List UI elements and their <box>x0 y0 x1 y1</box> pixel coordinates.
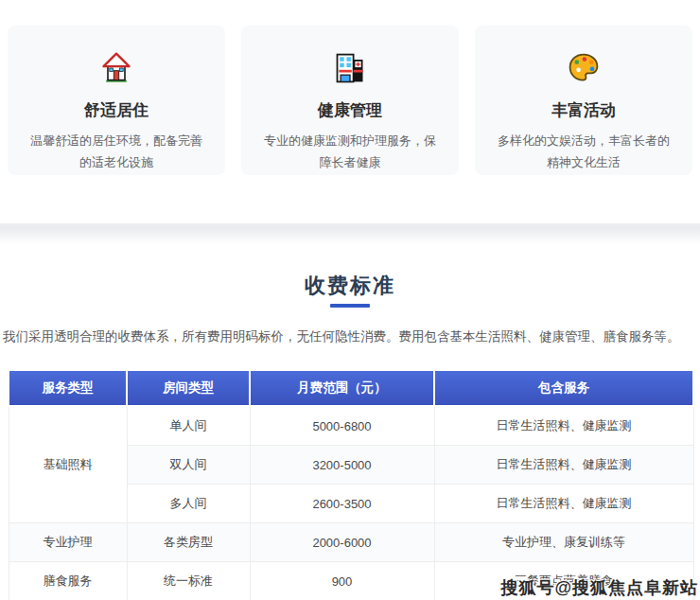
table-header-cell: 包含服务 <box>434 370 693 406</box>
table-header-cell: 房间类型 <box>127 370 250 406</box>
feature-card-comfort-living: 舒适居住 温馨舒适的居住环境，配备完善的适老化设施 <box>8 26 225 175</box>
feature-card-rich-activities: 丰富活动 多样化的文娱活动，丰富长者的精神文化生活 <box>475 26 692 175</box>
title-underline <box>330 304 370 308</box>
table-cell-includes: 日常生活照料、健康监测 <box>434 406 693 446</box>
table-cell-fee: 2000-6000 <box>250 523 434 562</box>
table-cell-service: 膳食服务 <box>9 562 127 600</box>
card-title: 舒适居住 <box>8 99 225 121</box>
table-cell-room: 多人间 <box>127 485 250 523</box>
table-cell-room: 各类房型 <box>127 523 250 562</box>
feature-cards: 舒适居住 温馨舒适的居住环境，配备完善的适老化设施 健康管理 专业的健康监测和护… <box>8 26 692 175</box>
feature-card-health-management: 健康管理 专业的健康监测和护理服务，保障长者健康 <box>241 26 459 175</box>
table-cell-room: 单人间 <box>127 406 250 446</box>
card-description: 专业的健康监测和护理服务，保障长者健康 <box>241 131 459 174</box>
section-divider <box>0 223 700 244</box>
table-cell-service: 专业护理 <box>9 523 127 562</box>
pricing-table: 服务类型房间类型月费范围（元）包含服务 基础照料单人间5000-6800日常生活… <box>8 369 694 600</box>
hospital-icon <box>241 50 459 86</box>
table-cell-service: 基础照料 <box>9 406 127 523</box>
table-header-cell: 月费范围（元） <box>250 370 434 406</box>
card-description: 多样化的文娱活动，丰富长者的精神文化生活 <box>475 131 692 174</box>
table-cell-fee: 3200-5000 <box>250 446 434 485</box>
table-header-cell: 服务类型 <box>9 370 127 406</box>
table-cell-includes: 日常生活照料、健康监测 <box>434 485 693 523</box>
palette-icon <box>475 50 692 86</box>
table-cell-includes: 专业护理、康复训练等 <box>434 523 693 562</box>
table-cell-room: 统一标准 <box>127 562 250 600</box>
pricing-table-body: 基础照料单人间5000-6800日常生活照料、健康监测双人间3200-5000日… <box>9 406 693 600</box>
table-header-row: 服务类型房间类型月费范围（元）包含服务 <box>9 370 693 406</box>
house-icon <box>8 50 225 86</box>
table-cell-room: 双人间 <box>127 446 250 485</box>
table-cell-fee: 5000-6800 <box>250 406 434 446</box>
table-cell-fee: 2600-3500 <box>250 485 434 523</box>
card-description: 温馨舒适的居住环境，配备完善的适老化设施 <box>8 131 225 174</box>
watermark: 搜狐号@搜狐焦点阜新站 <box>500 576 698 599</box>
table-row: 专业护理各类房型2000-6000专业护理、康复训练等 <box>9 523 693 562</box>
pricing-description: 我们采用透明合理的收费体系，所有费用明码标价，无任何隐性消费。费用包含基本生活照… <box>3 328 693 345</box>
table-cell-includes: 日常生活照料、健康监测 <box>434 446 693 485</box>
table-row: 基础照料单人间5000-6800日常生活照料、健康监测 <box>9 406 693 446</box>
card-title: 丰富活动 <box>475 99 692 121</box>
table-cell-fee: 900 <box>250 562 434 600</box>
card-title: 健康管理 <box>241 99 459 121</box>
page-title: 收费标准 <box>0 272 700 300</box>
